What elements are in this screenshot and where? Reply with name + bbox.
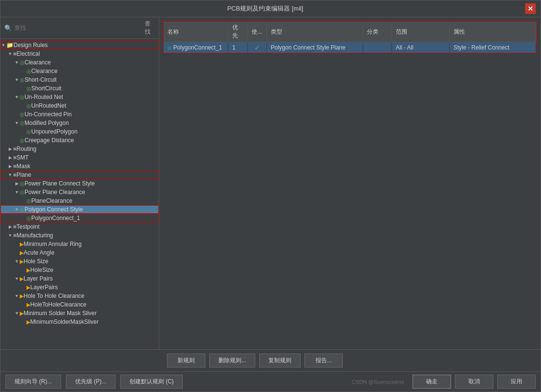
priority-button[interactable]: 优先级 (P)... (66, 375, 115, 389)
row-icon: ◎ (167, 45, 172, 50)
expand-arrow-down[interactable]: ▼ (14, 60, 20, 65)
expand-arrow-down[interactable]: ▼ (14, 121, 20, 125)
dialog-title: PCB规则及约束编辑器 [mil] (5, 4, 525, 13)
report-button[interactable]: 报告... (304, 354, 343, 368)
expand-arrow-down[interactable]: ▼ (14, 294, 20, 298)
expand-arrow-down[interactable]: ▼ (14, 276, 20, 281)
tree-item-minimum-solder-mask-sliver[interactable]: ▼▶ Minimum Solder Mask Sliver (0, 309, 159, 318)
tree-item-un-routed-net[interactable]: ▼◎ Un-Routed Net (0, 93, 159, 101)
tree-item-layer-pairs[interactable]: ▼▶ Layer Pairs (0, 274, 159, 283)
folder-icon: 📁 (6, 42, 13, 49)
rule-wizard-button[interactable]: 规则向导 (R)... (5, 375, 61, 389)
tree-item-plane-clearance-item[interactable]: ◎ PlaneClearance (0, 196, 159, 205)
expand-arrow-right[interactable]: ▶ (7, 164, 13, 169)
rule-item-icon: ◎ (26, 103, 31, 109)
manuf-icon: ▶ (20, 250, 24, 256)
tree-item-minimum-annular-ring[interactable]: ▶ Minimum Annular Ring (0, 240, 159, 248)
watermark: CSDN @Suenscsdnid (352, 379, 404, 385)
manuf-item-icon: ▶ (26, 284, 30, 291)
ok-button[interactable]: 确走 (413, 375, 451, 389)
tree-item-smt[interactable]: ▶■ SMT (0, 153, 159, 162)
close-button[interactable]: ✕ (525, 3, 536, 14)
tree-item-creepage-distance[interactable]: ◎ Creepage Distance (0, 136, 159, 145)
tree-item-clearance-item[interactable]: ◎ Clearance (0, 67, 159, 75)
tree-item-design-rules[interactable]: ▼📁 Design Rules (0, 41, 159, 49)
tree-item-hole-to-hole-clearance[interactable]: ▼▶ Hole To Hole Clearance (0, 292, 159, 300)
title-bar: PCB规则及约束编辑器 [mil] ✕ (0, 0, 541, 17)
tree-item-hole-to-hole-clearance-item[interactable]: ▶ HoleToHoleClearance (0, 300, 159, 309)
tree-item-label: Power Plane Connect Style (25, 180, 95, 187)
tree-item-plane[interactable]: ▼■ Plane (0, 171, 159, 179)
tree-item-polygon-connect-1[interactable]: ◎ PolygonConnect_1 (0, 214, 159, 222)
tree-item-acute-angle[interactable]: ▶ Acute Angle (0, 248, 159, 257)
create-default-button[interactable]: 创建默认规则 (C) (120, 375, 183, 389)
tree-item-manufacturing[interactable]: ▼■ Manufacturing (0, 231, 159, 240)
footer: 规则向导 (R)... 优先级 (P)... 创建默认规则 (C) CSDN @… (0, 371, 541, 392)
tree-item-label: PlaneClearance (31, 197, 72, 204)
expand-arrow-down[interactable]: ▼ (0, 43, 6, 48)
rule-group-icon: ◎ (20, 94, 25, 100)
expand-arrow-right[interactable]: ▶ (14, 181, 20, 186)
cell-priority: 1 (228, 42, 248, 53)
rules-table: 名称 优先 使... 类型 分类 范围 属性 ◎ PolygonConnect_… (164, 22, 536, 53)
tree-item-hole-size[interactable]: ▼▶ Hole Size (0, 257, 159, 266)
tree-item-label: Electrical (16, 50, 40, 57)
table-header-row: 名称 优先 使... 类型 分类 范围 属性 (164, 22, 536, 42)
expand-arrow-down[interactable]: ▼ (7, 51, 13, 56)
table-row[interactable]: ◎ PolygonConnect_1 1 ✓ Polygon Connect S… (164, 42, 536, 53)
tree-item-minimum-solder-mask-sliver-item[interactable]: ▶ MinimumSolderMaskSliver (0, 318, 159, 326)
manuf-icon: ▶ (20, 293, 24, 299)
tree-item-label: Clearance (31, 68, 58, 74)
expand-arrow-down[interactable]: ▼ (14, 207, 20, 212)
expand-arrow-down[interactable]: ▼ (14, 311, 20, 316)
search-input[interactable] (14, 24, 145, 31)
tree-item-short-circuit-item[interactable]: ◎ ShortCircuit (0, 84, 159, 93)
tree-item-un-connected-pin[interactable]: ◎ Un-Connected Pin (0, 110, 159, 119)
col-type: 类型 (267, 22, 363, 42)
delete-rule-button[interactable]: 删除规则... (209, 354, 255, 368)
expand-arrow-down[interactable]: ▼ (7, 233, 13, 238)
tree-item-un-routed-net-item[interactable]: ◎ UnRoutedNet (0, 101, 159, 110)
tree-item-layer-pairs-item[interactable]: ▶ LayerPairs (0, 283, 159, 292)
expand-arrow-down[interactable]: ▼ (14, 95, 20, 99)
footer-right: CSDN @Suenscsdnid 确走 取消 应用 (352, 375, 536, 389)
cell-classification (363, 42, 392, 53)
manuf-item-icon: ▶ (26, 319, 30, 325)
tree-item-label: Short-Circuit (25, 76, 57, 83)
tree-item-label: Minimum Solder Mask Sliver (24, 310, 97, 317)
tree-item-power-plane-connect-style[interactable]: ▶◎ Power Plane Connect Style (0, 179, 159, 188)
tree-item-short-circuit[interactable]: ▼◎ Short-Circuit (0, 75, 159, 84)
manuf-item-icon: ▶ (26, 302, 30, 308)
tree-item-polygon-connect-style[interactable]: ▼◎ Polygon Connect Style (0, 205, 159, 214)
tree-item-routing[interactable]: ▶■ Routing (0, 145, 159, 153)
tree-item-power-plane-clearance[interactable]: ▼◎ Power Plane Clearance (0, 188, 159, 196)
copy-rule-button[interactable]: 复制规则 (259, 354, 301, 368)
apply-button[interactable]: 应用 (497, 375, 536, 389)
new-rule-button[interactable]: 新规则 (167, 354, 205, 368)
tree-item-hole-size-item[interactable]: ▶ HoleSize (0, 266, 159, 274)
tree-item-unpouredpolygon[interactable]: ◎ UnpouredPolygon (0, 127, 159, 136)
tree-item-label: Creepage Distance (25, 137, 74, 144)
expand-arrow-right[interactable]: ▶ (7, 224, 13, 229)
tree-item-clearance-group[interactable]: ▼◎ Clearance (0, 58, 159, 67)
expand-arrow-right[interactable]: ▶ (7, 147, 13, 151)
main-dialog: PCB规则及约束编辑器 [mil] ✕ 🔍 查找 ▼📁 Design Rules… (0, 0, 541, 392)
rule-group-icon: ◎ (20, 137, 25, 144)
tree-item-testpoint[interactable]: ▶■ Testpoint (0, 222, 159, 231)
tree-item-mask[interactable]: ▶■ Mask (0, 162, 159, 171)
tree-item-label: Clearance (25, 59, 51, 66)
expand-arrow-right[interactable]: ▶ (7, 155, 13, 160)
tree-item-label: Un-Routed Net (25, 94, 63, 100)
tree-item-label: Testpoint (16, 223, 39, 230)
expand-arrow-down[interactable]: ▼ (14, 190, 20, 195)
tree-item-modified-polygon[interactable]: ▼◎ Modified Polygon (0, 119, 159, 127)
tree-item-label: PolygonConnect_1 (31, 215, 80, 221)
rule-group-icon: ◎ (20, 120, 25, 126)
tree-item-electrical[interactable]: ▼■ Electrical (0, 49, 159, 58)
expand-arrow-down[interactable]: ▼ (14, 259, 20, 264)
expand-arrow-down[interactable]: ▼ (14, 77, 20, 82)
cancel-button[interactable]: 取消 (455, 375, 493, 389)
table-body: ◎ PolygonConnect_1 1 ✓ Polygon Connect S… (164, 42, 536, 53)
expand-arrow-down[interactable]: ▼ (7, 172, 13, 177)
cell-enabled[interactable]: ✓ (248, 42, 267, 53)
